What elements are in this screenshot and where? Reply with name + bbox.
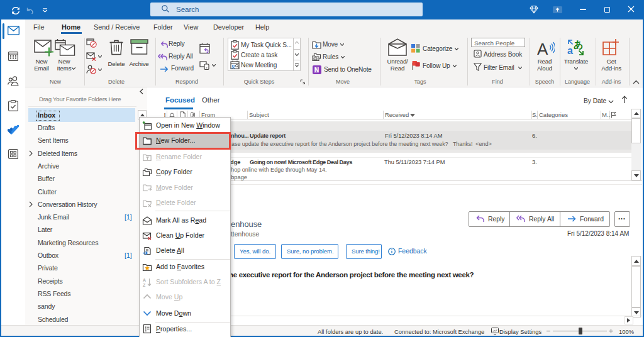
svg-text:a: a [567,45,573,56]
svg-text:あ: あ [574,39,583,50]
svg-text:Z: Z [143,282,146,287]
svg-text:N: N [314,67,319,74]
svg-text:A: A [537,40,548,57]
svg-text:A: A [143,278,146,282]
